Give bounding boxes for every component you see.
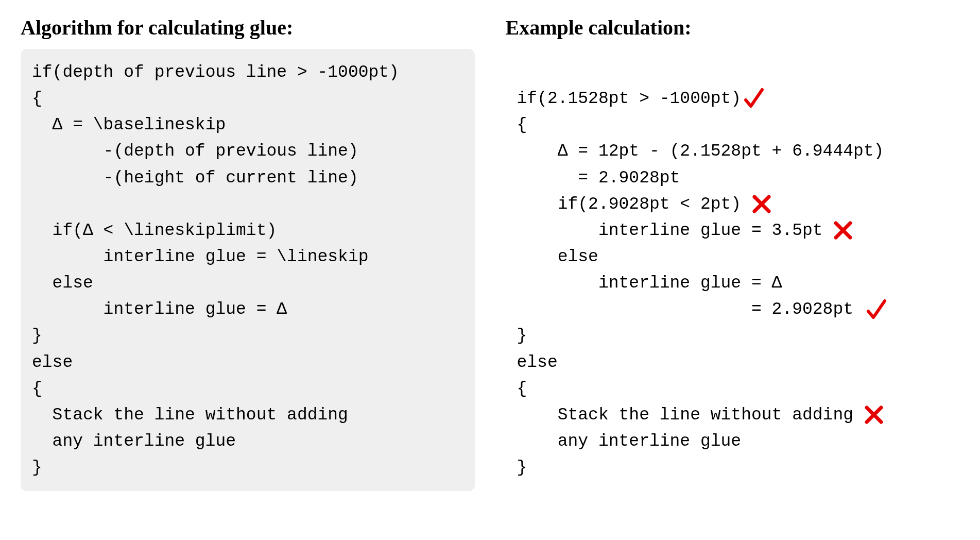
code-line: { (517, 115, 527, 134)
code-line: if(2.1528pt > -1000pt) (517, 89, 742, 108)
code-line: = 2.9028pt (517, 300, 864, 319)
algorithm-code-block: if(depth of previous line > -1000pt) { Δ… (21, 49, 475, 491)
cross-icon (751, 194, 772, 214)
left-column: Algorithm for calculating glue: if(depth… (21, 15, 475, 525)
algorithm-heading: Algorithm for calculating glue: (21, 15, 475, 40)
code-line: { (517, 379, 527, 398)
cross-icon (864, 404, 884, 425)
code-line: } (517, 458, 527, 477)
code-line: = 2.9028pt (517, 168, 680, 188)
check-icon (741, 86, 766, 111)
check-icon (864, 297, 888, 322)
page: Algorithm for calculating glue: if(depth… (0, 0, 980, 540)
right-column: Example calculation: if(2.1528pt > -1000… (506, 15, 960, 525)
code-line: } (517, 326, 527, 345)
code-line: else (517, 353, 558, 372)
example-code-block: if(2.1528pt > -1000pt) { Δ = 12pt - (2.1… (506, 49, 960, 491)
cross-icon (833, 220, 853, 241)
code-line: any interline glue (517, 432, 742, 451)
code-line: else (517, 247, 598, 266)
code-line: Δ = 12pt - (2.1528pt + 6.9444pt) (517, 142, 884, 161)
example-heading: Example calculation: (506, 15, 960, 40)
code-line: if(2.9028pt < 2pt) (517, 195, 751, 214)
code-line: interline glue = 3.5pt (517, 221, 833, 240)
code-line: Stack the line without adding (517, 406, 864, 425)
code-line: interline glue = Δ (517, 274, 782, 293)
